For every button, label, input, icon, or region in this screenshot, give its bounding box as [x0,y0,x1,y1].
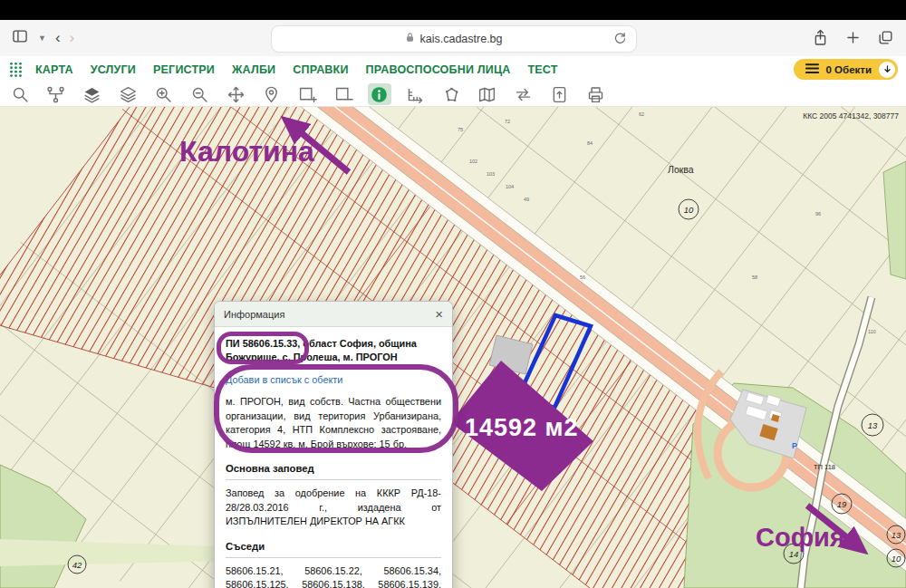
parcel-number: 102 [469,159,477,164]
parking-label: P [792,441,797,450]
info-icon [370,85,389,104]
url-text: kais.cadastre.bg [419,33,502,45]
parcel-number: 72 [505,119,510,124]
route-icon [46,85,65,104]
main-menu: КАРТАУСЛУГИРЕГИСТРИЖАЛБИСПРАВКИПРАВОСПОС… [0,56,906,82]
browser-chrome: ▼ ‹ › kais.cadastre.bg [0,20,906,57]
tabs-overview-icon[interactable] [877,29,894,50]
search-tool[interactable] [8,83,32,105]
parcel-id: ПИ 58606.15.33 [226,338,297,349]
zoom-in-icon [154,85,173,104]
hamburger-icon [805,62,819,78]
svg-text:42: 42 [72,560,82,570]
parcel-number: 96 [815,211,821,217]
popup-body: ПИ 58606.15.33, област София, община Бож… [215,327,452,588]
layers-filled-tool[interactable] [80,83,103,105]
marker-tool[interactable] [260,83,284,105]
order-section-header: Основна заповед [226,461,441,480]
svg-text:13: 13 [892,530,901,540]
extent-add-tool[interactable] [296,83,320,105]
marker-icon [262,85,281,104]
parcel-title: ПИ 58606.15.33, област София, община Бож… [226,337,441,365]
svg-text:10: 10 [684,205,694,215]
forward-button[interactable]: › [70,27,75,49]
sidebar-chevron-icon[interactable]: ▼ [38,34,46,43]
layers-outline-tool[interactable] [116,83,140,105]
menu-item-7[interactable]: ТЕСТ [527,63,557,76]
measure-length-tool[interactable] [404,83,428,105]
map-svg[interactable]: P ТП 118 10131914131042 7572102103104496… [0,107,906,588]
menu-item-5[interactable]: СПРАВКИ [293,63,348,76]
extent-add-icon [298,85,317,104]
route-tool[interactable] [44,83,68,105]
popup-title: Информация [224,309,284,320]
parcel-number: 75 [458,127,463,132]
tp-label: ТП 118 [814,463,835,471]
map-sheets-tool[interactable] [476,83,499,105]
reload-icon[interactable] [612,31,628,50]
swap-icon [514,85,533,104]
svg-text:10: 10 [892,554,901,564]
popup-header: Информация × [215,302,452,327]
annotation-kalotina: Калотина [179,135,314,168]
apps-grid-icon[interactable] [8,61,24,79]
pan-tool[interactable] [224,83,247,105]
zoom-out-icon [190,85,209,104]
parcel-number: 56 [580,275,585,280]
new-tab-icon[interactable] [844,29,862,50]
search-icon [11,85,30,104]
neighbors-list: 58606.15.21, 58606.15.22, 58606.15.34, 5… [226,564,441,588]
svg-text:19: 19 [837,499,847,509]
info-tool[interactable] [368,83,391,105]
layers-filled-icon [82,85,101,104]
export-tool[interactable] [547,83,571,105]
map-canvas[interactable]: P ТП 118 10131914131042 7572102103104496… [0,107,906,588]
export-icon [550,85,569,104]
zoom-out-tool[interactable] [188,83,211,105]
map-sheets-icon [477,85,496,104]
place-label-lokva: Локва [668,164,694,175]
parcel-description: м. ПРОГОН, вид собств. Частна обществени… [226,395,441,451]
swap-tool[interactable] [512,83,535,105]
parcel-number: 62 [639,111,644,117]
pan-icon [226,85,246,104]
zoom-in-tool[interactable] [152,83,176,105]
menu-item-1[interactable]: КАРТА [35,63,73,76]
map-toolbar [0,82,906,107]
objects-button[interactable]: 0 Обекти [794,59,899,80]
parcel-number: 49 [524,197,529,202]
coordinate-readout: ККС 2005 4741342, 308777 [803,111,899,120]
neighbors-section-header: Съседи [226,539,441,558]
url-bar[interactable]: kais.cadastre.bg [271,25,637,53]
close-icon[interactable]: × [435,307,443,321]
annotation-area: 14592 м2 [465,414,579,441]
sidebar-icon[interactable] [11,27,29,49]
menu-item-3[interactable]: РЕГИСТРИ [153,63,215,76]
parcel-number: 103 [487,171,495,177]
measure-area-icon [442,85,461,104]
extent-remove-tool[interactable] [332,83,355,105]
measure-length-icon [406,85,425,104]
menu-item-6[interactable]: ПРАВОСПОСОБНИ ЛИЦА [366,63,511,76]
order-text: Заповед за одобрение на КККР РД-18-28/28… [226,487,441,528]
menu-items: КАРТАУСЛУГИРЕГИСТРИЖАЛБИСПРАВКИПРАВОСПОС… [35,63,558,76]
share-icon[interactable] [812,28,829,51]
parcel-number: 84 [587,140,593,146]
extent-remove-icon [334,85,353,104]
menu-item-4[interactable]: ЖАЛБИ [232,63,275,76]
download-objects-icon[interactable] [879,62,895,78]
add-to-objects-link[interactable]: Добави в списък с обекти [226,373,441,387]
parcel-number: 58 [752,275,757,280]
objects-count: 0 Обекти [826,64,872,75]
info-popup: Информация × ПИ 58606.15.33, област Софи… [214,301,453,588]
lock-icon [405,31,415,47]
titlebar [0,0,906,20]
layers-outline-icon [119,85,138,104]
print-icon [586,85,605,104]
parcel-number: 104 [506,184,514,189]
measure-area-tool[interactable] [439,83,463,105]
menu-item-2[interactable]: УСЛУГИ [91,63,136,76]
back-button[interactable]: ‹ [55,27,61,49]
print-tool[interactable] [583,83,607,105]
parcel-number: 110 [868,329,876,334]
